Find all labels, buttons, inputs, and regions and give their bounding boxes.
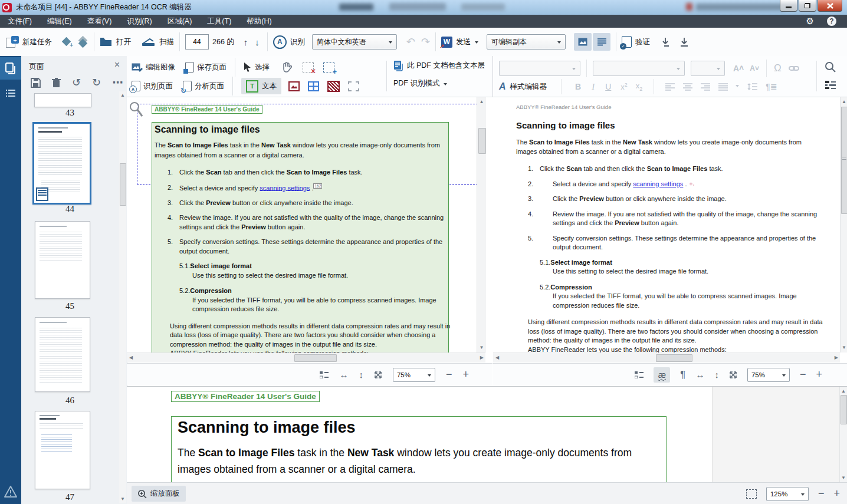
pages-scrollbar[interactable]: ▲ ▼: [119, 91, 126, 503]
paragraph-settings-icon[interactable]: ¶≣: [766, 82, 777, 91]
page-number-input[interactable]: [185, 34, 209, 50]
menu-view[interactable]: 查看(V): [80, 15, 120, 28]
previous-page-icon[interactable]: ↑: [244, 37, 248, 47]
recognize-button[interactable]: A 识别: [273, 35, 305, 49]
menu-edit[interactable]: 编辑(E): [40, 15, 80, 28]
gear-icon[interactable]: ⚙: [806, 16, 814, 27]
menu-help[interactable]: 帮助(H): [239, 15, 279, 28]
goto-prev-icon[interactable]: [661, 37, 670, 47]
line-spacing-icon[interactable]: [747, 83, 757, 91]
rotate-right-icon[interactable]: ↻: [92, 76, 101, 89]
add-pages-icon[interactable]: +: [61, 37, 72, 47]
align-center-icon[interactable]: [683, 83, 692, 91]
background-image-region-icon[interactable]: [327, 81, 340, 92]
panels-layout-icon[interactable]: [825, 81, 836, 89]
link-icon[interactable]: [789, 65, 799, 72]
text-pane-hscrollbar[interactable]: ◀ ▶: [493, 353, 840, 363]
zoom-in-icon[interactable]: +: [462, 368, 469, 381]
save-page-button[interactable]: 保存页面: [185, 62, 226, 73]
trash-icon[interactable]: [52, 78, 61, 88]
hand-tool-icon[interactable]: [281, 62, 292, 73]
open-button[interactable]: 打开: [100, 37, 131, 47]
align-right-icon[interactable]: [701, 83, 710, 91]
fit-page-icon[interactable]: [729, 371, 737, 379]
plain-region-icon[interactable]: [348, 81, 359, 91]
menu-file[interactable]: 文件(F): [0, 15, 40, 28]
zoom-out-icon[interactable]: −: [446, 368, 452, 381]
menu-area[interactable]: 区域(A): [160, 15, 200, 28]
scrollbar-thumb[interactable]: [841, 107, 847, 214]
menu-tools[interactable]: 工具(T): [199, 15, 239, 28]
italic-button[interactable]: I: [592, 82, 595, 92]
analyze-page-button[interactable]: ↻ 分析页面: [183, 81, 224, 91]
thumbnail-page-43[interactable]: [34, 93, 91, 107]
select-tool-button[interactable]: 选择: [244, 62, 270, 73]
font-size-select[interactable]: [691, 61, 725, 76]
goto-next-icon[interactable]: [679, 37, 689, 47]
text-zoom-select[interactable]: 75%: [747, 368, 790, 382]
image-pane-hscrollbar[interactable]: ◀ ▶: [127, 353, 485, 363]
save-icon[interactable]: [31, 78, 41, 88]
align-dropdown-arrow[interactable]: [736, 85, 739, 89]
thumbnail-page-47[interactable]: [35, 411, 90, 489]
align-justify-icon[interactable]: [718, 83, 728, 91]
help-icon[interactable]: ?: [827, 17, 836, 26]
align-left-icon[interactable]: [665, 83, 675, 91]
restore-button[interactable]: [799, 0, 816, 12]
send-dropdown-arrow[interactable]: [475, 41, 478, 45]
zoom-panel-button[interactable]: 缩放面板: [132, 486, 186, 502]
scrollbar-thumb[interactable]: [656, 354, 692, 362]
fit-width-icon[interactable]: ↔: [339, 370, 348, 380]
rotate-left-icon[interactable]: ↺: [72, 76, 81, 89]
pdf-mode-dropdown[interactable]: PDF 识别模式: [393, 78, 447, 88]
bold-button[interactable]: B: [575, 82, 581, 91]
spellcheck-toggle[interactable]: æ: [654, 367, 670, 383]
omega-icon[interactable]: Ω: [774, 62, 782, 74]
thumbnail-page-44[interactable]: [32, 122, 91, 205]
scrollbar-thumb[interactable]: [841, 395, 847, 424]
search-icon[interactable]: [825, 61, 836, 73]
table-region-icon[interactable]: [308, 81, 319, 91]
text-region-tool[interactable]: T 文本: [241, 78, 281, 94]
text-properties-icon[interactable]: [635, 371, 644, 378]
add-area-icon[interactable]: +: [323, 62, 334, 73]
language-select[interactable]: 简体中文和英语: [312, 34, 397, 50]
toc-panel-tab[interactable]: [0, 82, 21, 104]
text-pane-vscrollbar[interactable]: ▲ ▼: [840, 97, 847, 353]
text-pane-editor[interactable]: ABBYY® FineReader 14 User's Guide Scanni…: [493, 97, 840, 353]
zoom-panel[interactable]: ABBYY® FineReader 14 User's Guide Scanni…: [127, 386, 847, 483]
page-properties-icon[interactable]: [320, 371, 329, 378]
fit-height-icon[interactable]: ↕: [714, 370, 719, 380]
redo-icon[interactable]: ↷: [421, 35, 430, 48]
font-select[interactable]: [593, 61, 685, 76]
pages-stack-icon[interactable]: [78, 37, 88, 47]
close-panel-icon[interactable]: ×: [114, 60, 120, 70]
scrollbar-thumb[interactable]: [294, 354, 337, 362]
fit-page-icon[interactable]: [374, 371, 382, 379]
zoom-in-icon[interactable]: +: [816, 368, 822, 381]
edit-image-button[interactable]: 编辑图像: [132, 62, 175, 73]
close-button[interactable]: [818, 0, 842, 12]
superscript-button[interactable]: x2: [621, 82, 628, 91]
pages-panel-tab[interactable]: [0, 57, 21, 80]
image-pane-vscrollbar[interactable]: ▲ ▼: [477, 97, 486, 353]
new-task-button[interactable]: + 新建任务: [6, 36, 52, 48]
send-button[interactable]: W ↗ 发送: [441, 37, 478, 48]
marquee-zoom-icon[interactable]: [746, 489, 757, 499]
increase-font-icon[interactable]: A˄: [733, 64, 744, 73]
minimize-button[interactable]: [780, 0, 797, 12]
image-zoom-select[interactable]: 75%: [393, 368, 435, 382]
send-format-select[interactable]: 可编辑副本: [487, 34, 566, 50]
style-select[interactable]: [499, 61, 580, 76]
zoom-in-icon[interactable]: +: [833, 487, 840, 500]
verify-button[interactable]: ✓ 验证: [622, 36, 650, 48]
image-pane-toggle[interactable]: [574, 33, 592, 51]
text-pane-toggle[interactable]: [593, 33, 610, 51]
more-icon[interactable]: ⋯: [112, 76, 123, 89]
zoom-out-icon[interactable]: −: [818, 487, 825, 500]
thumbnail-page-45[interactable]: [35, 221, 90, 299]
thumbnail-page-46[interactable]: [35, 317, 90, 392]
text-region[interactable]: Scanning to image files The Scan to Imag…: [152, 122, 449, 353]
image-pane-canvas[interactable]: ABBYY® FineReader 14 User's Guide Scanni…: [127, 97, 477, 353]
style-editor-button[interactable]: A 样式编辑器: [499, 81, 547, 92]
